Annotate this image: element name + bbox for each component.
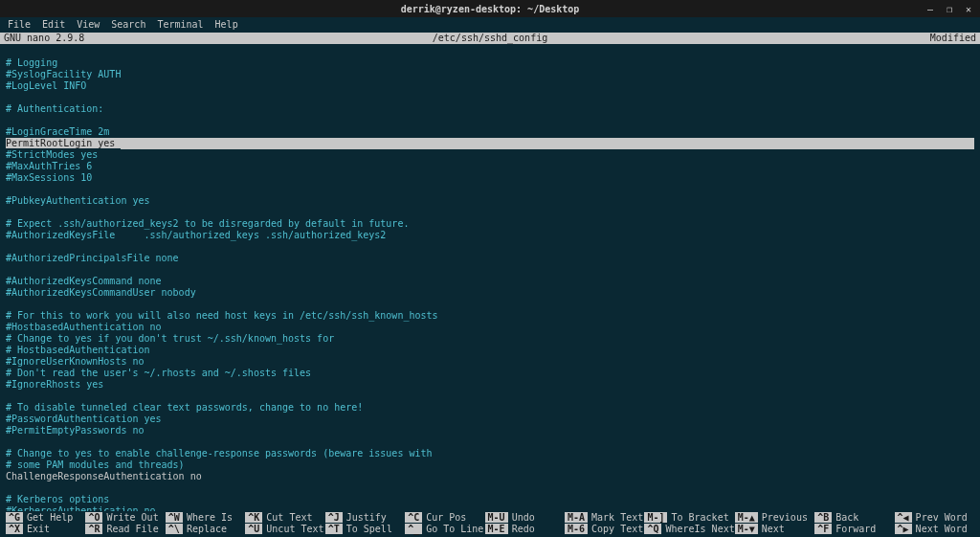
editor-line: #IgnoreUserKnownHosts no xyxy=(6,356,974,368)
shortcut-key: M-] xyxy=(644,512,667,523)
editor-line: #IgnoreRhosts yes xyxy=(6,379,974,391)
shortcut-key: ^R xyxy=(85,524,102,534)
editor-line: #LogLevel INFO xyxy=(6,80,974,92)
shortcut-label: Next xyxy=(762,524,785,534)
shortcut-item: M-UUndo xyxy=(485,511,565,523)
shortcut-label: Copy Text xyxy=(591,524,643,534)
shortcut-item: M-▼Next xyxy=(735,523,814,534)
editor-line xyxy=(6,241,974,253)
editor-line xyxy=(6,46,974,57)
shortcut-label: Forward xyxy=(835,524,876,534)
shortcut-key: M-U xyxy=(485,512,508,523)
shortcut-label: Next Word xyxy=(916,524,968,534)
nano-version-label: GNU nano 2.9.8 xyxy=(0,33,239,44)
editor-line xyxy=(6,207,974,218)
editor-line: # Don't read the user's ~/.rhosts and ~/… xyxy=(6,368,974,379)
shortcut-key: ^J xyxy=(325,512,343,523)
shortcut-item: ^XExit xyxy=(6,523,85,534)
shortcut-key: M-E xyxy=(485,524,508,534)
shortcut-label: WhereIs Next xyxy=(665,524,734,534)
shortcut-item: ^WWhere Is xyxy=(166,511,245,523)
shortcut-item: ^◀Prev Word xyxy=(895,511,974,523)
editor-line: # Authentication: xyxy=(6,103,974,115)
cursor-line-highlight: PermitRootLogin yes xyxy=(6,138,121,148)
menubar: File Edit View Search Terminal Help xyxy=(0,17,980,33)
shortcut-label: Write Out xyxy=(106,512,158,523)
shortcut-label: Undo xyxy=(512,512,535,523)
shortcut-item: M-6Copy Text xyxy=(565,523,644,534)
shortcut-item: M-▲Previous xyxy=(735,511,814,523)
editor-line: # Kerberos options xyxy=(6,494,974,505)
shortcut-item: ^UUncut Text xyxy=(245,523,324,534)
editor-line xyxy=(6,391,974,402)
shortcut-label: Go To Line xyxy=(426,524,483,534)
shortcut-key: ^T xyxy=(325,524,343,534)
shortcut-label: Get Help xyxy=(27,512,73,523)
shortcut-label: To Bracket xyxy=(671,512,728,523)
editor-line: PermitRootLogin yes xyxy=(6,138,974,149)
shortcut-item: ^RRead File xyxy=(85,523,165,534)
shortcut-label: Read File xyxy=(106,524,158,534)
editor-line: #MaxSessions 10 xyxy=(6,172,974,184)
editor-line: ChallengeResponseAuthentication no xyxy=(6,471,974,482)
shortcut-label: Where Is xyxy=(187,512,233,523)
shortcut-key: ^K xyxy=(245,512,262,523)
window-maximize-icon[interactable]: ❐ xyxy=(944,3,955,14)
shortcut-key: M-▼ xyxy=(735,524,758,534)
shortcut-key: ^▶ xyxy=(895,524,912,534)
editor-line xyxy=(6,436,974,448)
shortcut-key: ^_ xyxy=(405,524,422,534)
shortcut-key: ^B xyxy=(814,512,832,523)
editor-line: #StrictModes yes xyxy=(6,149,974,161)
editor-viewport[interactable]: # Logging#SyslogFacility AUTH#LogLevel I… xyxy=(0,44,980,511)
editor-line: #HostbasedAuthentication no xyxy=(6,322,974,333)
shortcut-label: Cur Pos xyxy=(426,512,466,523)
editor-line xyxy=(6,299,974,310)
nano-modified-label: Modified xyxy=(741,33,980,44)
shortcut-label: Replace xyxy=(187,524,227,534)
editor-line: #AuthorizedKeysCommand none xyxy=(6,276,974,287)
shortcut-label: To Spell xyxy=(346,524,392,534)
shortcut-key: ^C xyxy=(405,512,422,523)
shortcut-key: M-A xyxy=(565,512,588,523)
shortcut-item: ^_Go To Line xyxy=(405,523,484,534)
menu-view[interactable]: View xyxy=(77,19,100,30)
editor-line: #AuthorizedKeysCommandUser nobody xyxy=(6,287,974,299)
editor-line: #PermitEmptyPasswords no xyxy=(6,425,974,436)
editor-line: #AuthorizedPrincipalsFile none xyxy=(6,253,974,264)
menu-edit[interactable]: Edit xyxy=(42,19,65,30)
shortcut-key: ^◀ xyxy=(895,512,912,523)
shortcut-label: Justify xyxy=(346,512,387,523)
shortcut-item: ^KCut Text xyxy=(245,511,324,523)
window-minimize-icon[interactable]: — xyxy=(924,3,936,14)
editor-line: # To disable tunneled clear text passwor… xyxy=(6,402,974,414)
window-titlebar: derrik@ryzen-desktop: ~/Desktop — ❐ ✕ xyxy=(0,0,980,17)
shortcut-label: Previous xyxy=(762,512,808,523)
shortcut-key: ^U xyxy=(245,524,262,534)
editor-line: #AuthorizedKeysFile .ssh/authorized_keys… xyxy=(6,230,974,241)
shortcut-item: ^QWhereIs Next xyxy=(644,523,734,534)
shortcut-key: ^X xyxy=(6,524,23,534)
shortcut-key: M-6 xyxy=(565,524,588,534)
editor-line: # HostbasedAuthentication xyxy=(6,345,974,356)
shortcut-item: ^JJustify xyxy=(325,511,405,523)
shortcut-key: ^G xyxy=(6,512,23,523)
menu-help[interactable]: Help xyxy=(215,19,238,30)
editor-line xyxy=(6,92,974,103)
editor-line xyxy=(6,482,974,494)
editor-line: #LoginGraceTime 2m xyxy=(6,126,974,138)
shortcut-label: Exit xyxy=(27,524,50,534)
shortcut-key: ^\ xyxy=(166,524,183,534)
menu-file[interactable]: File xyxy=(8,19,31,30)
shortcut-item: ^OWrite Out xyxy=(85,511,165,523)
menu-search[interactable]: Search xyxy=(111,19,145,30)
menu-terminal[interactable]: Terminal xyxy=(157,19,203,30)
shortcut-item: ^TTo Spell xyxy=(325,523,405,534)
editor-line: # Change to yes if you don't trust ~/.ss… xyxy=(6,333,974,345)
shortcut-item: ^▶Next Word xyxy=(895,523,974,534)
window-close-icon[interactable]: ✕ xyxy=(963,3,974,14)
nano-shortcut-bar: ^GGet Help^OWrite Out^WWhere Is^KCut Tex… xyxy=(0,511,980,537)
editor-line xyxy=(6,115,974,126)
shortcut-label: Mark Text xyxy=(591,512,643,523)
shortcut-item: ^FForward xyxy=(814,523,894,534)
